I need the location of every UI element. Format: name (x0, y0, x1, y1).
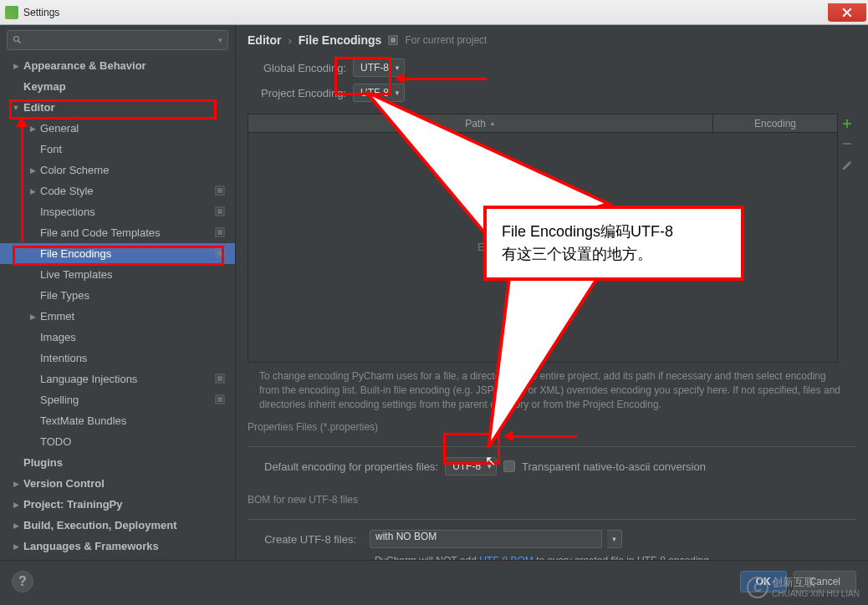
encoding-description: To change encoding PyCharm uses for a fi… (248, 369, 856, 411)
project-scope-icon (215, 206, 227, 218)
help-button[interactable]: ? (12, 571, 33, 592)
sidebar-item-plugins[interactable]: Plugins (0, 452, 235, 473)
sidebar-item-label: TODO (40, 435, 235, 448)
sidebar-item-inspections[interactable]: Inspections (0, 201, 235, 222)
bom-section-label: BOM for new UTF-8 files (248, 494, 856, 506)
watermark: C 创新互联 CHUANG XIN HU LIAN (747, 577, 860, 598)
default-props-encoding-dropdown[interactable]: UTF-8▼ (445, 457, 497, 475)
sidebar-item-languages-frameworks[interactable]: ▶Languages & Frameworks (0, 536, 235, 557)
global-encoding-dropdown[interactable]: UTF-8▼ (353, 58, 405, 77)
sidebar-item-label: Intentions (40, 352, 235, 364)
sidebar-item-language-injections[interactable]: Language Injections (0, 369, 235, 389)
sidebar-item-font[interactable]: Font (0, 139, 235, 160)
tree-arrow-icon: ▶ (28, 125, 37, 133)
sidebar-item-color-scheme[interactable]: ▶Color Scheme (0, 160, 235, 180)
sidebar-item-build-execution-deployment[interactable]: ▶Build, Execution, Deployment (0, 515, 235, 536)
properties-section-label: Properties Files (*.properties) (248, 421, 856, 433)
transparent-n2a-checkbox[interactable] (503, 460, 515, 472)
tree-arrow-icon: ▶ (28, 166, 37, 175)
breadcrumb: Editor › File Encodings For current proj… (248, 33, 856, 47)
add-row-button[interactable] (840, 117, 854, 130)
sidebar-item-label: Version Control (23, 477, 235, 490)
settings-tree: ▶Appearance & BehaviorKeymap▼Editor▶Gene… (0, 55, 235, 560)
sidebar-item-file-and-code-templates[interactable]: File and Code Templates (0, 222, 235, 243)
sidebar-item-file-types[interactable]: File Types (0, 285, 235, 306)
sidebar-item-emmet[interactable]: ▶Emmet (0, 306, 235, 327)
sidebar-item-keymap[interactable]: Keymap (0, 76, 235, 97)
search-icon (13, 35, 23, 45)
tree-arrow-icon: ▶ (28, 313, 37, 321)
breadcrumb-root[interactable]: Editor (248, 33, 281, 47)
sidebar-item-label: Color Scheme (40, 164, 235, 176)
breadcrumb-meta: For current project (405, 34, 487, 46)
project-scope-icon (215, 394, 227, 406)
sidebar-item-label: Language Injections (40, 373, 215, 385)
sidebar-item-spelling[interactable]: Spelling (0, 389, 235, 410)
tree-arrow-icon: ▶ (12, 542, 20, 551)
svg-rect-13 (217, 397, 222, 402)
sidebar-item-label: File Encodings (40, 247, 215, 260)
project-scope-icon (388, 35, 398, 45)
project-scope-icon (215, 374, 227, 385)
sidebar-item-label: Images (40, 331, 235, 343)
tree-arrow-icon: ▶ (12, 480, 20, 488)
tree-arrow-icon: ▶ (12, 62, 20, 70)
project-scope-icon (215, 248, 227, 260)
sidebar-item-appearance-behavior[interactable]: ▶Appearance & Behavior (0, 55, 235, 76)
sidebar-item-label: Inspections (40, 206, 215, 218)
svg-rect-3 (217, 188, 222, 193)
settings-panel: Editor › File Encodings For current proj… (236, 25, 868, 560)
sidebar-item-todo[interactable]: TODO (0, 431, 235, 452)
search-input[interactable] (26, 34, 215, 46)
sidebar-item-live-templates[interactable]: Live Templates (0, 264, 235, 285)
svg-line-1 (18, 41, 21, 43)
sidebar-item-label: Keymap (23, 80, 235, 93)
sidebar-item-code-style[interactable]: ▶Code Style (0, 180, 235, 201)
sidebar-item-project-trainingpy[interactable]: ▶Project: TrainingPy (0, 494, 235, 515)
tree-arrow-icon: ▶ (12, 501, 20, 509)
tree-arrow-icon: ▼ (12, 104, 20, 112)
sidebar-item-label: Font (40, 143, 235, 155)
svg-rect-11 (217, 376, 222, 381)
sidebar-item-general[interactable]: ▶General (0, 118, 235, 139)
sidebar-item-label: TextMate Bundles (40, 414, 235, 427)
chevron-down-icon: ▼ (394, 89, 401, 97)
watermark-logo-icon: C (747, 577, 768, 598)
sidebar-item-images[interactable]: Images (0, 327, 235, 348)
utf8-bom-link[interactable]: UTF-8 BOM (479, 555, 534, 560)
sidebar-item-label: Appearance & Behavior (23, 59, 235, 72)
sidebar-item-textmate-bundles[interactable]: TextMate Bundles (0, 410, 235, 431)
sidebar-item-version-control[interactable]: ▶Version Control (0, 473, 235, 494)
close-button[interactable] (828, 3, 866, 22)
search-bar[interactable]: ▾ (7, 30, 228, 50)
sidebar-item-intentions[interactable]: Intentions (0, 348, 235, 369)
app-icon (5, 6, 18, 19)
window-title: Settings (23, 7, 59, 18)
sidebar-item-label: File and Code Templates (40, 226, 215, 239)
sidebar-item-label: General (40, 122, 235, 135)
project-scope-icon (215, 186, 227, 197)
chevron-down-icon: ▼ (486, 463, 493, 470)
sidebar-item-editor[interactable]: ▼Editor (0, 97, 235, 118)
edit-row-button[interactable] (840, 157, 854, 170)
bom-note: PyCharm will NOT add UTF-8 BOM to every … (375, 555, 856, 560)
chevron-down-icon: ▼ (394, 64, 401, 72)
create-utf8-dropdown[interactable]: with NO BOM ▼ (363, 530, 625, 548)
svg-rect-7 (217, 230, 222, 235)
dialog-footer: ? OK Cancel (0, 560, 868, 602)
titlebar: Settings (0, 0, 868, 25)
sidebar-item-file-encodings[interactable]: File Encodings (0, 243, 235, 264)
svg-rect-15 (391, 38, 396, 43)
sidebar-item-label: Languages & Frameworks (23, 540, 235, 552)
sidebar-item-label: Code Style (40, 185, 215, 197)
table-header-path[interactable]: Path▲ (248, 114, 713, 132)
sidebar-item-label: Project: TrainingPy (23, 498, 235, 511)
transparent-n2a-label: Transparent native-to-ascii conversion (522, 460, 706, 473)
chevron-down-icon: ▾ (218, 36, 222, 44)
sidebar-item-label: Emmet (40, 310, 235, 323)
table-header-encoding[interactable]: Encoding (713, 114, 837, 132)
tree-arrow-icon: ▶ (28, 187, 37, 196)
remove-row-button[interactable] (840, 137, 854, 150)
project-encoding-dropdown[interactable]: UTF-8▼ (353, 84, 405, 102)
table-empty-text: Encodings are not configured (248, 133, 837, 362)
